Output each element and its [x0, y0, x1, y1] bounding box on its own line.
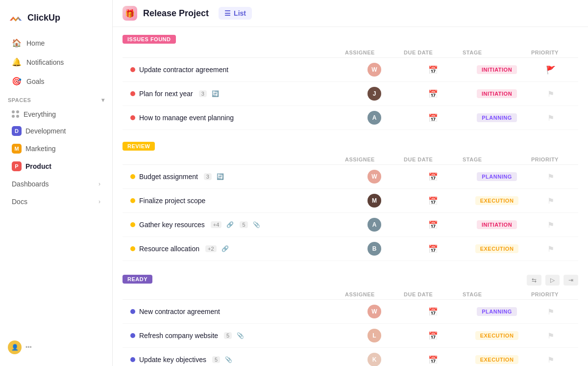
sidebar-footer: 👤 ••• [0, 335, 112, 360]
toolbar-btn-2[interactable]: ▷ [545, 275, 560, 286]
attachment-icon: 📎 [225, 356, 232, 363]
priority-icon: ⚑ [547, 172, 554, 182]
priority-dot-yellow [130, 222, 135, 227]
table-row[interactable]: Gather key resources +4 🔗 5 📎 A 📅 INITIA… [122, 213, 578, 237]
priority-icon: ⚑ [547, 244, 554, 254]
home-icon: 🏠 [12, 38, 22, 48]
col-headers-ready: ASSIGNEE DUE DATE STAGE PRIORITY [122, 289, 578, 300]
task-extras-badge: +4 [211, 221, 222, 228]
task-count-badge: 3 [204, 173, 212, 180]
goals-icon: 🎯 [12, 77, 22, 86]
table-row[interactable]: Refresh company website 5 📎 L 📅 EXECUTIO… [122, 324, 578, 348]
due-date-cell: 📅 [404, 196, 463, 206]
table-row[interactable]: Budget assignment 3 🔄 W 📅 PLANNING ⚑ [122, 165, 578, 189]
toolbar-btn-3[interactable]: ⇥ [564, 275, 578, 286]
priority-cell: ⚑ [531, 244, 570, 254]
sidebar-nav-home[interactable]: 🏠 Home [4, 34, 108, 52]
sidebar-item-product[interactable]: P Product [4, 158, 108, 175]
task-attachments-badge: 5 [240, 221, 247, 228]
task-list-scroll-area[interactable]: ISSUES FOUND ASSIGNEE DUE DATE STAGE PRI… [113, 27, 588, 366]
priority-icon: ⚑ [547, 355, 554, 365]
calendar-icon: 📅 [428, 307, 438, 316]
task-name-cell: Update key objectives 5 📎 [130, 356, 345, 364]
task-attachments-badge: 5 [224, 332, 232, 339]
group-issues-found: ISSUES FOUND ASSIGNEE DUE DATE STAGE PRI… [122, 35, 578, 130]
avatar: W [368, 63, 381, 77]
avatar: A [368, 111, 381, 125]
table-row[interactable]: New contractor agreement W 📅 PLANNING ⚑ [122, 300, 578, 324]
col-priority: PRIORITY [531, 291, 570, 297]
sidebar-item-development[interactable]: D Development [4, 123, 108, 139]
calendar-icon: 📅 [428, 89, 438, 99]
main-content: 🎁 Release Project ☰ List ISSUES FOUND AS… [113, 0, 588, 366]
priority-dot-yellow [130, 198, 135, 203]
col-stage: STAGE [463, 157, 531, 162]
task-attachments-badge: 5 [212, 356, 220, 363]
stage-badge: EXECUTION [475, 196, 519, 205]
group-header-ready: READY ⇆ ▷ ⇥ [122, 273, 578, 289]
assignee-cell: B [345, 242, 404, 256]
priority-dot-blue [130, 333, 135, 338]
col-due-date: DUE DATE [404, 50, 463, 55]
avatar: J [368, 87, 381, 101]
group-label-review: REVIEW [122, 142, 155, 151]
toolbar-btn-1[interactable]: ⇆ [527, 275, 541, 286]
calendar-icon: 📅 [428, 331, 438, 340]
task-name: Update contractor agreement [139, 66, 228, 74]
table-row[interactable]: Plan for next year 3 🔄 J 📅 INITIATION ⚑ [122, 82, 578, 106]
stage-cell: PLANNING [463, 172, 531, 181]
table-row[interactable]: Update contractor agreement W 📅 INITIATI… [122, 58, 578, 82]
assignee-cell: L [345, 329, 404, 342]
list-icon: ☰ [224, 9, 231, 17]
bell-icon: 🔔 [12, 57, 22, 67]
stage-cell: PLANNING [463, 307, 531, 316]
logo-text: ClickUp [27, 13, 60, 23]
priority-dot-red [130, 67, 135, 72]
table-row[interactable]: Finalize project scope M 📅 EXECUTION ⚑ [122, 189, 578, 213]
docs-label: Docs [12, 198, 27, 206]
list-view-tab[interactable]: ☰ List [219, 7, 252, 20]
stage-cell: PLANNING [463, 113, 531, 122]
priority-cell: 🚩 [531, 65, 570, 75]
task-name: Gather key resources [139, 221, 205, 229]
task-name: Refresh company website [139, 332, 218, 340]
sidebar-item-marketing[interactable]: M Marketing [4, 140, 108, 157]
priority-icon: 🚩 [546, 65, 556, 75]
table-row[interactable]: Resource allocation +2 🔗 B 📅 EXECUTION ⚑ [122, 237, 578, 261]
sidebar-nav-goals[interactable]: 🎯 Goals [4, 72, 108, 90]
calendar-icon: 📅 [428, 65, 438, 75]
sidebar-nav-notifications[interactable]: 🔔 Notifications [4, 53, 108, 71]
everything-grid-icon [12, 110, 20, 118]
priority-icon: ⚑ [547, 331, 554, 340]
stage-badge: EXECUTION [475, 244, 519, 253]
task-name: Resource allocation [139, 245, 199, 253]
group-header-review: REVIEW [122, 142, 578, 155]
chevron-down-icon[interactable]: ▾ [101, 97, 105, 104]
due-date-cell: 📅 [404, 89, 463, 99]
view-tab-label: List [234, 9, 246, 17]
top-bar: 🎁 Release Project ☰ List [113, 0, 588, 27]
due-date-cell: 📅 [404, 172, 463, 182]
priority-dot-red [130, 91, 135, 96]
sidebar-item-everything[interactable]: Everything [4, 107, 108, 122]
space-label: Product [25, 162, 51, 170]
user-avatar[interactable]: 👤 [8, 340, 22, 354]
arrow-right-icon: › [98, 181, 100, 187]
sidebar-item-docs[interactable]: Docs › [4, 193, 108, 210]
stage-cell: EXECUTION [463, 196, 531, 205]
due-date-cell: 📅 [404, 355, 463, 365]
project-title: Release Project [143, 8, 209, 19]
task-count-badge: 3 [199, 90, 207, 97]
group-ready: READY ⇆ ▷ ⇥ ASSIGNEE DUE DATE STAGE PRIO… [122, 273, 578, 366]
table-row[interactable]: Update key objectives 5 📎 K 📅 EXECUTION … [122, 348, 578, 366]
attachment-icon: 📎 [253, 221, 260, 228]
sidebar-item-dashboards[interactable]: Dashboards › [4, 176, 108, 192]
task-extras-badge: +2 [205, 245, 217, 252]
task-name-cell: New contractor agreement [130, 308, 345, 315]
marketing-icon: M [12, 144, 22, 154]
attachment-icon: 📎 [237, 332, 244, 339]
priority-icon: ⚑ [547, 220, 554, 230]
col-headers-issues: ASSIGNEE DUE DATE STAGE PRIORITY [122, 48, 578, 58]
table-row[interactable]: How to manage event planning A 📅 PLANNIN… [122, 106, 578, 130]
ready-toolbar: ⇆ ▷ ⇥ [527, 273, 578, 289]
